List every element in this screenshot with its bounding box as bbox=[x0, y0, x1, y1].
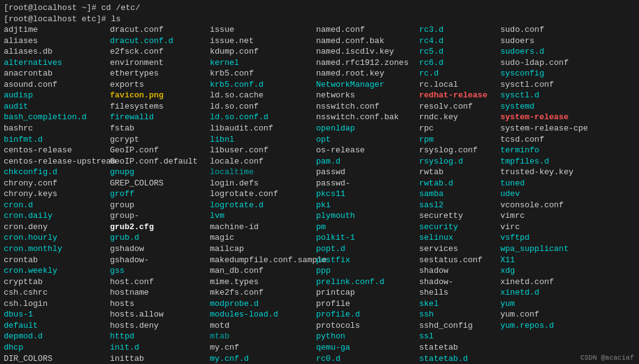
list-item: gnupg bbox=[110, 167, 210, 178]
col-4: named.conf named.conf.bak named.iscdlv.k… bbox=[316, 24, 419, 364]
list-item: logrotate.d bbox=[210, 200, 316, 211]
list-item: qemu-ga bbox=[316, 342, 419, 353]
list-item: bash_completion.d bbox=[4, 112, 110, 123]
list-item: default bbox=[4, 320, 110, 332]
list-item: shadow- bbox=[419, 277, 500, 288]
list-item: lvm bbox=[210, 210, 316, 222]
list-item: cron.daily bbox=[4, 210, 110, 222]
list-item: passwd- bbox=[316, 178, 419, 189]
list-item: hostname bbox=[110, 287, 210, 298]
list-item: modules-load.d bbox=[210, 309, 316, 320]
col-1: adjtime aliases aliases.db alternatives … bbox=[4, 24, 110, 364]
list-item: vimrc bbox=[500, 210, 594, 222]
list-item: GREP_COLORS bbox=[110, 178, 210, 189]
list-item: mime.types bbox=[210, 277, 316, 288]
list-item: grub.d bbox=[110, 232, 210, 243]
list-item: krb5.conf bbox=[210, 68, 316, 79]
list-item: dracut.conf bbox=[110, 24, 210, 36]
list-item: terminfo bbox=[500, 145, 594, 156]
list-item: rc5.d bbox=[419, 46, 500, 57]
list-item: group bbox=[110, 200, 210, 211]
list-item: named.root.key bbox=[316, 68, 419, 79]
list-item: group- bbox=[110, 210, 210, 222]
list-item: crontab bbox=[4, 255, 110, 266]
list-item: issue bbox=[210, 24, 316, 36]
list-item: sudo-ldap.conf bbox=[500, 57, 594, 69]
list-item: virc bbox=[500, 222, 594, 233]
list-item: sudoers.d bbox=[500, 46, 594, 57]
list-item: dracut.conf.d bbox=[110, 36, 210, 47]
list-item: passwd bbox=[316, 167, 419, 178]
list-item: printcap bbox=[316, 287, 419, 298]
list-item: bashrc bbox=[4, 123, 110, 134]
list-item: rc6.d bbox=[419, 57, 500, 69]
list-item: ppp bbox=[316, 265, 419, 277]
list-item: nsswitch.conf.bak bbox=[316, 112, 419, 123]
list-item: rc0.d bbox=[316, 353, 419, 365]
list-item: logrotate.conf bbox=[210, 189, 316, 200]
list-item: asound.conf bbox=[4, 79, 110, 91]
list-item: modprobe.d bbox=[210, 298, 316, 310]
list-item: issue.net bbox=[210, 36, 316, 47]
list-item: sshd_config bbox=[419, 320, 500, 332]
list-item: cron.monthly bbox=[4, 243, 110, 255]
list-item: libnl bbox=[210, 134, 316, 145]
list-item: xinetd.d bbox=[500, 287, 594, 298]
list-item: statetab bbox=[419, 342, 500, 353]
list-item: openldap bbox=[316, 123, 419, 134]
list-item: aliases bbox=[4, 36, 110, 47]
list-item: python bbox=[316, 331, 419, 342]
list-item: rc.local bbox=[419, 79, 500, 91]
list-item: vsftpd bbox=[500, 232, 594, 243]
list-item: hosts.deny bbox=[110, 320, 210, 332]
list-item: NetworkManager bbox=[316, 79, 419, 91]
list-item: e2fsck.conf bbox=[110, 46, 210, 57]
list-item: tuned bbox=[500, 178, 594, 189]
list-item: X11 bbox=[500, 255, 594, 266]
terminal: [root@localhost ~]# cd /etc/ [root@local… bbox=[0, 0, 639, 364]
list-item: postfix bbox=[316, 255, 419, 266]
list-item: popt.d bbox=[316, 243, 419, 255]
list-item: samba bbox=[419, 189, 500, 200]
list-item: yum.repos.d bbox=[500, 320, 594, 332]
list-item: rc.d bbox=[419, 68, 500, 79]
list-item: exports bbox=[110, 79, 210, 91]
list-item: gcrypt bbox=[110, 134, 210, 145]
prompt-line-2: [root@localhost etc]# ls bbox=[4, 14, 635, 25]
list-item: sysctl.conf bbox=[500, 79, 594, 91]
col-3: issue issue.net kdump.conf kernel krb5.c… bbox=[210, 24, 316, 364]
list-item: polkit-1 bbox=[316, 232, 419, 243]
list-item: login.defs bbox=[210, 178, 316, 189]
list-item: named.iscdlv.key bbox=[316, 46, 419, 57]
list-item: mke2fs.conf bbox=[210, 287, 316, 298]
list-item: statetab.d bbox=[419, 353, 500, 365]
list-item: ssl bbox=[419, 331, 500, 342]
list-item: yum bbox=[500, 298, 594, 310]
list-item: shadow bbox=[419, 265, 500, 277]
list-item: ssh bbox=[419, 309, 500, 320]
list-item: skel bbox=[419, 298, 500, 310]
list-item: GeoIP.conf bbox=[110, 145, 210, 156]
list-item: wpa_supplicant bbox=[500, 243, 594, 255]
list-item: favicon.png bbox=[110, 90, 210, 101]
list-item: host.conf bbox=[110, 277, 210, 288]
list-item: tmpfiles.d bbox=[500, 156, 594, 167]
list-item: alternatives bbox=[4, 57, 110, 69]
list-item: kdump.conf bbox=[210, 46, 316, 57]
list-item: filesystems bbox=[110, 101, 210, 112]
watermark: CSDN @acaciaf bbox=[580, 354, 634, 362]
list-item: libuser.conf bbox=[210, 145, 316, 156]
list-item: sestatus.conf bbox=[419, 255, 500, 266]
ls-output: adjtime aliases aliases.db alternatives … bbox=[4, 24, 635, 364]
col-6: sudo.conf sudoers sudoers.d sudo-ldap.co… bbox=[500, 24, 594, 364]
list-item: profile bbox=[316, 298, 419, 310]
list-item: pki bbox=[316, 200, 419, 211]
list-item: rsyslog.conf bbox=[419, 145, 500, 156]
list-item: inittab bbox=[110, 353, 210, 365]
list-item: redhat-release bbox=[419, 90, 500, 101]
list-item: DIR_COLORS bbox=[4, 353, 110, 365]
list-item: GeoIP.conf.default bbox=[110, 156, 210, 167]
list-item: sudo.conf bbox=[500, 24, 594, 36]
list-item: man_db.conf bbox=[210, 265, 316, 277]
list-item: sasl2 bbox=[419, 200, 500, 211]
